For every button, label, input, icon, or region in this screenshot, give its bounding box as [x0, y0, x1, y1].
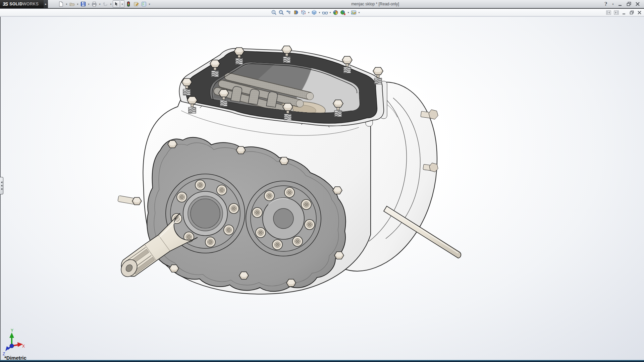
- graphics-viewport[interactable]: Y X Z *Dimetric: [0, 17, 644, 360]
- undo-icon: [103, 1, 108, 7]
- hide-show-dropdown[interactable]: ▾: [329, 11, 332, 14]
- triad-origin: [10, 344, 14, 348]
- restore-button[interactable]: [626, 1, 632, 7]
- new-dropdown[interactable]: ▾: [65, 3, 68, 6]
- menu-expand-tab[interactable]: ▸: [44, 0, 48, 8]
- view-orientation-icon: [301, 10, 306, 15]
- edit-appearance-button[interactable]: [132, 0, 140, 8]
- section-view-icon: [293, 10, 299, 15]
- zoom-to-fit-icon: [271, 10, 277, 15]
- minimize-icon: [618, 2, 623, 6]
- select-dropdown[interactable]: ▾: [120, 0, 124, 8]
- undo-button[interactable]: [102, 0, 109, 8]
- menubar-row: ▾ ▾ ▾ ▾ ▾: [0, 9, 644, 16]
- pane-left-button[interactable]: [606, 10, 611, 15]
- model-canvas[interactable]: Y X Z *Dimetric: [0, 17, 644, 360]
- print-icon: [92, 1, 97, 7]
- headsup-view-toolbar: ▾ ▾ ▾ ▾ ▾: [270, 9, 361, 16]
- previous-view-icon: [286, 10, 291, 15]
- doc-minimize-button[interactable]: [621, 10, 627, 15]
- zoom-to-area-button[interactable]: [278, 9, 285, 16]
- new-document-button[interactable]: [57, 0, 65, 8]
- save-dropdown[interactable]: ▾: [87, 3, 90, 6]
- standard-toolbar: ▾ ▾ ▾ ▾ ▾ ▾ ▾: [48, 0, 151, 8]
- view-settings-dropdown[interactable]: ▾: [347, 11, 350, 14]
- new-document-icon: [58, 1, 64, 7]
- brand-works: WORKS: [22, 2, 39, 6]
- window-title: menjac sklop * [Read-only]: [151, 0, 599, 8]
- zoom-to-area-icon: [278, 10, 284, 15]
- help-button[interactable]: ?: [603, 1, 609, 7]
- view-orientation-label: *Dimetric: [4, 355, 26, 360]
- rebuild-button[interactable]: [125, 0, 132, 8]
- 3ds-logo-icon: 3S: [3, 1, 8, 7]
- view-orientation-dropdown[interactable]: ▾: [307, 11, 310, 14]
- undo-dropdown[interactable]: ▾: [109, 3, 112, 6]
- gearbox-model: [118, 46, 461, 294]
- print-button[interactable]: [91, 0, 98, 8]
- hide-show-items-button[interactable]: [321, 9, 328, 16]
- doc-close-icon: [637, 10, 642, 15]
- brand-name: SOLIDWORKS: [9, 2, 39, 6]
- pane-right-button[interactable]: [613, 10, 619, 15]
- minimize-button[interactable]: [617, 1, 623, 7]
- select-cursor-icon: [114, 1, 119, 7]
- options-checklist-icon: [141, 1, 147, 7]
- display-style-button[interactable]: [311, 9, 318, 16]
- y-axis-arrow: [9, 333, 14, 338]
- doc-restore-icon: [630, 10, 634, 15]
- open-button[interactable]: [68, 0, 76, 8]
- save-button[interactable]: [79, 0, 87, 8]
- edit-appearance-scene-button[interactable]: [350, 9, 357, 16]
- options-button[interactable]: [140, 0, 148, 8]
- print-dropdown[interactable]: ▾: [98, 3, 101, 6]
- close-icon: [635, 2, 640, 6]
- doc-restore-button[interactable]: [629, 10, 634, 15]
- display-style-icon: [311, 10, 317, 15]
- window-controls: ? ▾: [599, 0, 644, 8]
- y-axis-label: Y: [11, 328, 13, 333]
- doc-minimize-icon: [622, 10, 626, 15]
- display-style-dropdown[interactable]: ▾: [318, 11, 321, 14]
- view-orientation-button[interactable]: [300, 9, 307, 16]
- eyeglasses-icon: [322, 10, 328, 15]
- x-axis-label: X: [22, 344, 25, 349]
- view-settings-button[interactable]: [339, 9, 346, 16]
- traffic-light-icon: [126, 1, 131, 7]
- help-dropdown[interactable]: ▾: [611, 3, 614, 6]
- options-dropdown[interactable]: ▾: [148, 3, 151, 6]
- zoom-to-fit-button[interactable]: [270, 9, 277, 16]
- view-settings-icon: [340, 10, 346, 15]
- apply-scene-icon: [333, 10, 338, 15]
- select-tool-button[interactable]: [113, 0, 120, 8]
- solidworks-logo: 3S SOLIDWORKS: [0, 0, 44, 8]
- pane-left-icon: [606, 10, 611, 15]
- open-dropdown[interactable]: ▾: [76, 3, 79, 6]
- restore-icon: [627, 2, 631, 6]
- notepad-pencil-icon: [133, 1, 139, 7]
- doc-close-button[interactable]: [637, 10, 642, 15]
- previous-view-button[interactable]: [285, 9, 292, 16]
- open-folder-icon: [69, 1, 75, 7]
- document-window-controls: [606, 9, 642, 16]
- orientation-triad: Y X Z: [3, 328, 25, 356]
- close-button[interactable]: [635, 1, 641, 7]
- pane-right-icon: [614, 10, 619, 15]
- save-floppy-icon: [80, 1, 86, 7]
- titlebar: 3S SOLIDWORKS ▸ ▾ ▾ ▾ ▾ ▾ ▾ ▾ menja: [0, 0, 644, 9]
- section-view-button[interactable]: [292, 9, 300, 16]
- apply-scene-button[interactable]: [332, 9, 339, 16]
- appearance-frame-icon: [351, 10, 357, 15]
- taskbar-edge: [0, 360, 644, 362]
- brand-solid: SOLID: [9, 2, 22, 6]
- edit-appearance-dropdown[interactable]: ▾: [358, 11, 361, 14]
